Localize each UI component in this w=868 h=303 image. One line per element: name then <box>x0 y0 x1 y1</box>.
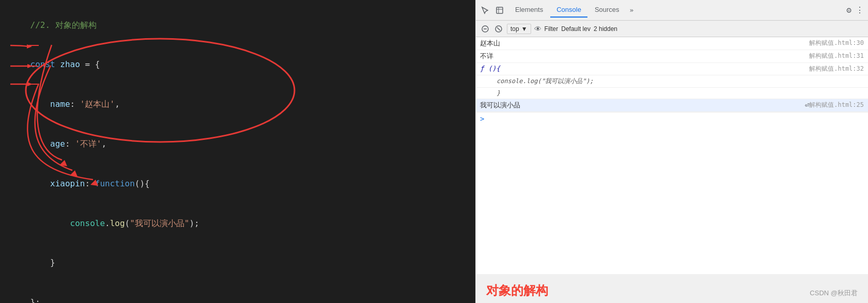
console-toolbar: top ▼ 👁 Filter Default lev 2 hidden <box>476 21 868 37</box>
console-link-4[interactable]: 解构赋值.html:25 <box>809 101 864 109</box>
bottom-section: 对象的解构 <box>476 274 868 303</box>
console-value-4: 我可以演小品 <box>480 101 805 110</box>
code-line-6: console.log("我可以演小品"); <box>10 203 465 243</box>
cursor-icon[interactable] <box>480 5 490 15</box>
cursor-indicator: ⏎ <box>805 101 809 109</box>
console-output: 赵本山 解构赋值.html:30 不详 解构赋值.html:31 ƒ (){ 解… <box>476 37 868 274</box>
code-line-7: } <box>10 243 465 283</box>
attribution: CSDN @秋田君 <box>810 289 858 298</box>
context-label: top <box>510 25 519 33</box>
code-line-3: name: '赵本山', <box>10 85 465 124</box>
code-line-8: }; <box>10 282 465 303</box>
tab-elements[interactable]: Elements <box>509 3 549 18</box>
tab-sources[interactable]: Sources <box>588 3 626 18</box>
console-row-1: 赵本山 解构赋值.html:30 <box>476 37 868 50</box>
console-value-3: ƒ (){ <box>480 65 809 72</box>
console-row-3b: console.log("我可以演小品"); <box>476 75 868 88</box>
console-prompt: > <box>480 115 484 123</box>
console-value-1: 赵本山 <box>480 39 809 48</box>
context-selector[interactable]: top ▼ <box>507 24 531 34</box>
console-value-2: 不详 <box>480 52 809 61</box>
default-level-label[interactable]: Default lev <box>561 25 591 33</box>
toolbar-right: ⚙ ⋮ <box>846 5 864 15</box>
stop-icon[interactable] <box>493 24 504 34</box>
hidden-count: 2 hidden <box>594 25 617 33</box>
svg-rect-7 <box>497 7 503 13</box>
console-row-3: ƒ (){ 解构赋值.html:32 <box>476 63 868 75</box>
code-panel: //2. 对象的解构 const zhao = { name: '赵本山', a… <box>0 0 475 303</box>
console-row-3c: } <box>476 88 868 99</box>
clear-console-button[interactable] <box>480 24 490 34</box>
code-line-5: xiaopin: function(){ <box>10 164 465 203</box>
eye-icon[interactable]: 👁 <box>534 25 541 33</box>
svg-line-13 <box>497 27 500 30</box>
console-row-4: 我可以演小品 ⏎ 解构赋值.html:25 <box>476 99 868 112</box>
console-link-3[interactable]: 解构赋值.html:32 <box>809 65 864 73</box>
code-line-comment: //2. 对象的解构 <box>10 5 465 45</box>
console-row-2: 不详 解构赋值.html:31 <box>476 50 868 63</box>
devtools-toolbar: Elements Console Sources » ⚙ ⋮ <box>476 0 868 21</box>
chevron-down-icon: ▼ <box>521 25 528 33</box>
console-func-close: } <box>497 89 864 97</box>
tab-more[interactable]: » <box>627 4 637 16</box>
more-options-icon[interactable]: ⋮ <box>856 5 864 15</box>
tab-console[interactable]: Console <box>550 3 587 18</box>
code-line-2: const zhao = { <box>10 45 465 85</box>
code-line-4: age: '不详', <box>10 124 465 164</box>
console-func-body: console.log("我可以演小品"); <box>497 77 864 86</box>
settings-icon[interactable]: ⚙ <box>846 5 851 15</box>
console-link-1[interactable]: 解构赋值.html:30 <box>809 39 864 47</box>
console-input-row: > <box>476 112 868 125</box>
devtools-tabs: Elements Console Sources » <box>509 3 637 18</box>
devtools-panel: Elements Console Sources » ⚙ ⋮ top ▼ 👁 F… <box>475 0 868 303</box>
inspect-icon[interactable] <box>494 5 505 15</box>
section-title: 对象的解构 <box>486 283 548 297</box>
console-link-2[interactable]: 解构赋值.html:31 <box>809 52 864 60</box>
filter-label: Filter <box>545 25 559 33</box>
